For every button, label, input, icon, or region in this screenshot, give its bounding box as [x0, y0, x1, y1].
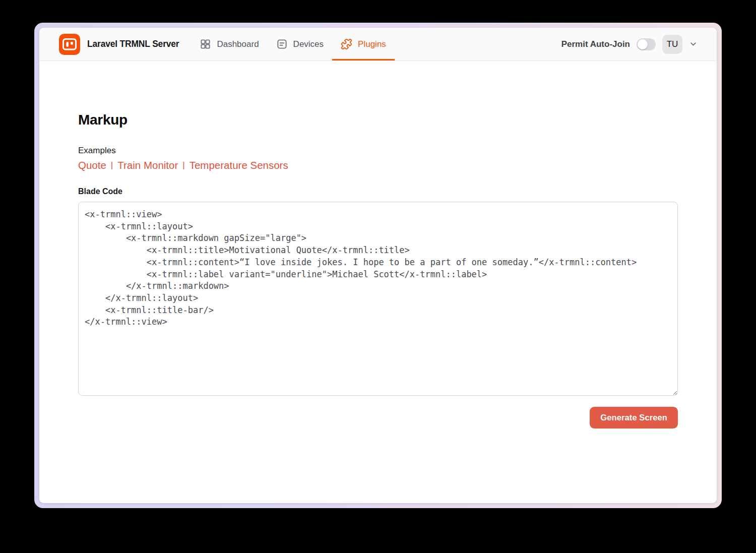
brand: Laravel TRMNL Server: [59, 28, 179, 60]
toggle-knob: [638, 39, 648, 49]
app-title: Laravel TRMNL Server: [87, 39, 179, 49]
dashboard-grid-icon: [200, 38, 211, 50]
examples-links: Quote | Train Monitor | Temperature Sens…: [78, 159, 678, 171]
app-window-frame: Laravel TRMNL Server Dashboard: [34, 23, 722, 508]
permit-auto-join-toggle[interactable]: [637, 38, 656, 50]
examples-label: Examples: [78, 146, 678, 156]
topbar-right: Permit Auto-Join TU: [561, 28, 698, 60]
trmnl-logo-icon: [59, 34, 80, 55]
user-menu-button[interactable]: [689, 40, 698, 48]
button-row: Generate Screen: [78, 407, 678, 428]
nav-item-devices[interactable]: Devices: [268, 28, 332, 60]
example-link-train-monitor[interactable]: Train Monitor: [117, 159, 178, 171]
app-card: Laravel TRMNL Server Dashboard: [39, 28, 717, 503]
user-avatar[interactable]: TU: [662, 35, 682, 54]
main-content: Markup Examples Quote | Train Monitor | …: [39, 61, 717, 503]
chevron-down-icon: [689, 40, 698, 48]
example-link-temperature-sensors[interactable]: Temperature Sensors: [190, 159, 288, 171]
top-navigation-bar: Laravel TRMNL Server Dashboard: [39, 28, 717, 61]
page-title: Markup: [78, 112, 678, 128]
link-separator: |: [111, 160, 113, 170]
nav-label: Devices: [293, 39, 324, 49]
link-separator: |: [182, 160, 184, 170]
permit-auto-join-label: Permit Auto-Join: [561, 39, 630, 49]
main-nav: Dashboard Devices Plugins: [191, 28, 394, 60]
blade-code-label: Blade Code: [78, 187, 678, 196]
nav-item-plugins[interactable]: Plugins: [332, 28, 395, 60]
devices-icon: [276, 38, 288, 50]
nav-label: Dashboard: [217, 39, 259, 49]
blade-code-textarea[interactable]: <x-trmnl::view> <x-trmnl::layout> <x-trm…: [78, 202, 678, 396]
nav-label: Plugins: [358, 39, 386, 49]
generate-screen-button[interactable]: Generate Screen: [590, 407, 678, 428]
nav-item-dashboard[interactable]: Dashboard: [191, 28, 267, 60]
example-link-quote[interactable]: Quote: [78, 159, 106, 171]
puzzle-icon: [341, 38, 352, 50]
